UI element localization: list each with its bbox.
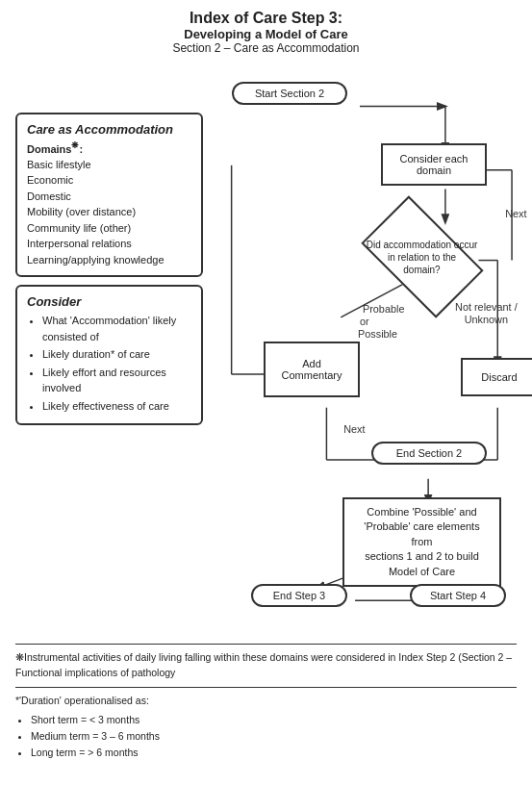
domain-list: Basic lifestyleEconomicDomesticMobility … — [27, 157, 191, 268]
footer-note1: ❋Instrumental activities of daily living… — [15, 650, 517, 681]
svg-text:or: or — [360, 316, 369, 327]
svg-text:Next: Next — [505, 208, 526, 219]
end-section2-label: End Section 2 — [396, 447, 463, 459]
add-commentary-shape: Add Commentary — [264, 342, 360, 397]
domain-list-item: Community life (other) — [27, 220, 191, 237]
combine-box-label: Combine 'Possible' and'Probable' care el… — [364, 506, 479, 577]
care-accommodation-box: Care as Accommodation Domains❋: Basic li… — [15, 113, 203, 277]
footer-area: ❋Instrumental activities of daily living… — [15, 632, 517, 761]
domain-list-item: Interpersonal relations — [27, 236, 191, 252]
combine-box-shape: Combine 'Possible' and'Probable' care el… — [342, 497, 501, 587]
title-area: Index of Care Step 3: Developing a Model… — [15, 10, 517, 55]
start-section2-node: Start Section 2 — [232, 82, 347, 105]
consider-domain-shape: Consider eachdomain — [381, 143, 487, 186]
start-section2-label: Start Section 2 — [255, 88, 324, 99]
combine-box-node: Combine 'Possible' and'Probable' care el… — [342, 497, 501, 587]
svg-text:Unknown: Unknown — [465, 314, 508, 325]
right-panel: Probable or Possible Not relevant / Unkn… — [203, 64, 517, 622]
consider-box: Consider What 'Accommodation' likely con… — [15, 285, 203, 425]
main-title-line2: Developing a Model of Care — [15, 27, 517, 41]
care-box-title: Care as Accommodation — [27, 122, 191, 137]
svg-text:Probable: Probable — [363, 303, 404, 315]
consider-list-item: Likely effort and resources involved — [42, 365, 191, 396]
end-section2-shape: End Section 2 — [371, 442, 487, 465]
main-area: Care as Accommodation Domains❋: Basic li… — [15, 64, 517, 622]
start-section2-shape: Start Section 2 — [232, 82, 347, 105]
domains-label: Domains❋: — [27, 140, 191, 155]
diamond-label: Did accommodation occurin relation to th… — [367, 239, 478, 276]
footer-divider1 — [15, 644, 517, 645]
consider-box-title: Consider — [27, 294, 191, 309]
duration-list-item: Medium term = 3 – 6 months — [31, 728, 517, 745]
end-section2-node: End Section 2 — [371, 442, 487, 465]
footer-note2: *'Duration' operationalised as: — [15, 694, 517, 709]
add-commentary-label: Add Commentary — [271, 358, 352, 381]
consider-list-item: What 'Accommodation' likely consisted of — [42, 313, 191, 344]
end-step3-shape: End Step 3 — [251, 584, 347, 607]
domain-list-item: Domestic — [27, 189, 191, 205]
domain-list-item: Economic — [27, 172, 191, 189]
discard-label: Discard — [481, 371, 517, 383]
consider-list-item: Likely duration* of care — [42, 346, 191, 363]
consider-domain-node: Consider eachdomain — [381, 143, 487, 186]
main-title-line1: Index of Care Step 3: — [15, 10, 517, 27]
svg-text:Possible: Possible — [358, 328, 397, 340]
domain-list-item: Mobility (over distance) — [27, 204, 191, 220]
duration-list-item: Short term = < 3 months — [31, 712, 517, 728]
domain-list-item: Learning/applying knowledge — [27, 252, 191, 268]
page: Index of Care Step 3: Developing a Model… — [0, 0, 532, 785]
duration-list-item: Long term = > 6 months — [31, 745, 517, 761]
discard-shape: Discard — [461, 358, 532, 396]
main-title-line3: Section 2 – Care as Accommodation — [15, 41, 517, 55]
start-step4-label: Start Step 4 — [430, 590, 486, 601]
diamond-node: Did accommodation occurin relation to th… — [347, 214, 496, 300]
svg-text:Not relevant /: Not relevant / — [455, 301, 519, 313]
footer-divider2 — [15, 687, 517, 688]
discard-node: Discard — [461, 358, 532, 396]
end-step3-label: End Step 3 — [273, 590, 325, 601]
svg-text:Next: Next — [343, 423, 365, 435]
footer-duration-list: Short term = < 3 monthsMedium term = 3 –… — [15, 712, 517, 760]
end-step3-node: End Step 3 — [251, 584, 347, 607]
consider-list-item: Likely effectiveness of care — [42, 398, 191, 415]
start-step4-shape: Start Step 4 — [410, 584, 506, 607]
start-step4-node: Start Step 4 — [410, 584, 506, 607]
add-commentary-node: Add Commentary — [264, 342, 360, 397]
domain-list-item: Basic lifestyle — [27, 157, 191, 173]
consider-list: What 'Accommodation' likely consisted of… — [27, 313, 191, 414]
consider-domain-label: Consider eachdomain — [400, 153, 469, 176]
left-panel: Care as Accommodation Domains❋: Basic li… — [15, 64, 203, 622]
